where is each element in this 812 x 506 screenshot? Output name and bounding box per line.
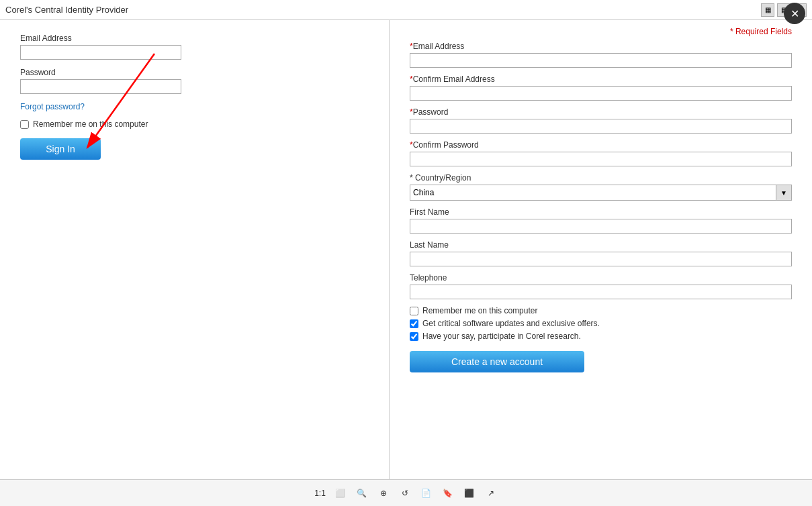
remember-checkbox[interactable] [20,120,29,129]
research-label: Have your say, participate in Corel rese… [422,332,581,341]
reg-password-input[interactable] [410,119,792,134]
last-name-label: Last Name [410,240,792,250]
password-input[interactable] [20,79,181,94]
zoom-out-icon: 🔍 [355,487,369,500]
last-name-input[interactable] [410,252,792,266]
telephone-label: Telephone [410,273,792,283]
first-name-group: First Name [410,207,792,234]
first-name-label: First Name [410,207,792,217]
checkbox-group: Remember me on this computer Get critica… [410,306,792,341]
bottom-toolbar: 1:1 ⬜ 🔍 ⊕ ↺ 📄 🔖 ⬛ ↗ [0,479,812,506]
thumbnails-icon: ⬛ [463,487,476,500]
email-label: Email Address [20,34,369,43]
page-button[interactable]: 📄 [420,487,433,500]
bookmark-icon: 🔖 [441,487,455,500]
zoom-out-button[interactable]: 🔍 [355,487,369,500]
telephone-group: Telephone [410,273,792,299]
zoom-in-icon: ⊕ [377,487,390,500]
thumbnails-button[interactable]: ⬛ [463,487,476,500]
create-account-button[interactable]: Create a new account [410,351,584,372]
email-input[interactable] [20,45,181,60]
country-group: * Country/Region China United States Uni… [410,173,792,201]
reg-email-label: *Email Address [410,42,792,51]
country-select[interactable]: China United States United Kingdom Canad… [410,185,792,201]
remember-label-right: Remember me on this computer [422,306,537,315]
research-row: Have your say, participate in Corel rese… [410,332,792,341]
reg-email-group: *Email Address [410,42,792,68]
remember-row: Remember me on this computer [20,119,369,129]
updates-checkbox[interactable] [410,319,418,328]
zoom-in-button[interactable]: ⊕ [377,487,390,500]
share-button[interactable]: ↗ [484,487,498,500]
forgot-password-link[interactable]: Forgot password? [20,102,369,111]
register-panel: * Required Fields *Email Address *Confir… [390,20,812,479]
first-name-input[interactable] [410,219,792,234]
remember-row-right: Remember me on this computer [410,306,792,315]
country-label: * Country/Region [410,173,792,183]
password-field-group: Password [20,68,369,94]
remember-label: Remember me on this computer [33,119,148,129]
required-note: * Required Fields [410,27,792,36]
updates-row: Get critical software updates and exclus… [410,319,792,328]
rotate-button[interactable]: ↺ [398,487,412,500]
bookmark-button[interactable]: 🔖 [441,487,455,500]
sign-in-button[interactable]: Sign In [20,138,101,160]
password-label: Password [20,68,369,77]
reg-password-label: *Password [410,107,792,117]
country-select-wrapper: China United States United Kingdom Canad… [410,185,792,201]
reg-confirm-password-label: *Confirm Password [410,140,792,150]
reg-password-group: *Password [410,107,792,134]
title-bar: Corel's Central Identity Provider ▦ ▦ — … [0,0,812,20]
reg-confirm-email-label: *Confirm Email Address [410,74,792,84]
dialog-title: Corel's Central Identity Provider [5,5,128,15]
email-field-group: Email Address [20,34,369,60]
reg-confirm-password-group: *Confirm Password [410,140,792,166]
fit-window-icon: ⬜ [334,487,347,500]
rotate-icon: ↺ [398,487,412,500]
updates-label: Get critical software updates and exclus… [422,319,600,328]
page-icon: 📄 [420,487,433,500]
remember-checkbox-right[interactable] [410,307,418,315]
zoom-level: 1:1 [314,489,326,498]
reg-confirm-password-input[interactable] [410,152,792,166]
signin-panel: Email Address Password Forgot password? … [0,20,390,479]
grid1-button[interactable]: ▦ [761,3,774,17]
research-checkbox[interactable] [410,332,418,341]
reg-confirm-email-group: *Confirm Email Address [410,74,792,101]
close-button[interactable]: ✕ [784,3,805,24]
last-name-group: Last Name [410,240,792,266]
telephone-input[interactable] [410,285,792,299]
dialog-container: Email Address Password Forgot password? … [0,20,812,479]
share-icon: ↗ [484,487,498,500]
reg-email-input[interactable] [410,53,792,68]
fit-window-button[interactable]: ⬜ [334,487,347,500]
reg-confirm-email-input[interactable] [410,86,792,101]
required-fields-text: * Required Fields [730,27,792,36]
